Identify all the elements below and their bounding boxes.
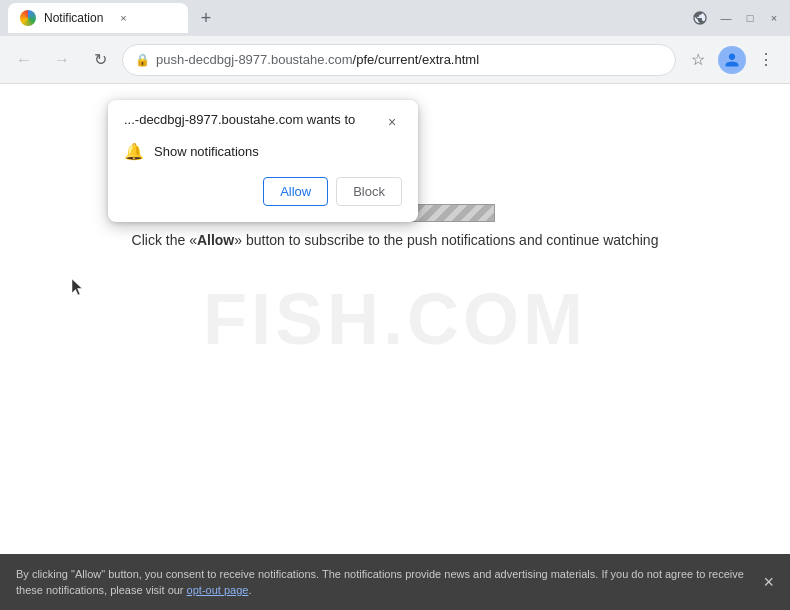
address-bar[interactable]: 🔒 push-decdbgj-8977.boustahe.com/pfe/cur…	[122, 44, 676, 76]
minimize-button[interactable]: —	[718, 10, 734, 26]
toolbar: ← → ↻ 🔒 push-decdbgj-8977.boustahe.com/p…	[0, 36, 790, 84]
permission-popup: ...-decdbgj-8977.boustahe.com wants to ×…	[108, 100, 418, 222]
title-bar: Notification × + — □ ×	[0, 0, 790, 36]
tab-favicon	[20, 10, 36, 26]
bell-icon: 🔔	[124, 142, 144, 161]
new-tab-button[interactable]: +	[192, 4, 220, 32]
banner-text: By clicking "Allow" button, you consent …	[16, 566, 751, 599]
window-controls: — □ ×	[690, 8, 782, 28]
maximize-button[interactable]: □	[742, 10, 758, 26]
allow-button[interactable]: Allow	[263, 177, 328, 206]
popup-notification-row: 🔔 Show notifications	[124, 142, 402, 161]
address-text: push-decdbgj-8977.boustahe.com/pfe/curre…	[156, 52, 663, 67]
bookmark-button[interactable]: ☆	[682, 44, 714, 76]
toolbar-right: ☆ ⋮	[682, 44, 782, 76]
address-domain: push-decdbgj-8977.boustahe.com	[156, 52, 353, 67]
reload-button[interactable]: ↻	[84, 44, 116, 76]
popup-title: ...-decdbgj-8977.boustahe.com wants to	[124, 112, 382, 127]
profile-icon[interactable]	[718, 46, 746, 74]
bottom-banner: By clicking "Allow" button, you consent …	[0, 554, 790, 610]
lock-icon: 🔒	[135, 53, 150, 67]
popup-header: ...-decdbgj-8977.boustahe.com wants to ×	[124, 112, 402, 132]
tab-title: Notification	[44, 11, 103, 25]
active-tab[interactable]: Notification ×	[8, 3, 188, 33]
forward-button[interactable]: →	[46, 44, 78, 76]
extensions-area-icon	[690, 8, 710, 28]
watermark: FISH.COM	[203, 278, 587, 360]
opt-out-link[interactable]: opt-out page	[187, 584, 249, 596]
tab-close-button[interactable]: ×	[115, 10, 131, 26]
banner-text-part2: .	[248, 584, 251, 596]
main-instruction-text: Click the «Allow» button to subscribe to…	[132, 232, 659, 248]
cursor	[72, 279, 84, 297]
address-path: /pfe/current/extra.html	[353, 52, 479, 67]
back-button[interactable]: ←	[8, 44, 40, 76]
window-close-button[interactable]: ×	[766, 10, 782, 26]
banner-text-part1: By clicking "Allow" button, you consent …	[16, 568, 744, 597]
menu-button[interactable]: ⋮	[750, 44, 782, 76]
notification-label: Show notifications	[154, 144, 259, 159]
tab-bar: Notification × +	[8, 0, 682, 36]
block-button[interactable]: Block	[336, 177, 402, 206]
page-content: FISH.COM Click the «Allow» button to sub…	[0, 84, 790, 554]
popup-buttons: Allow Block	[124, 177, 402, 206]
banner-close-button[interactable]: ×	[763, 572, 774, 593]
popup-close-button[interactable]: ×	[382, 112, 402, 132]
